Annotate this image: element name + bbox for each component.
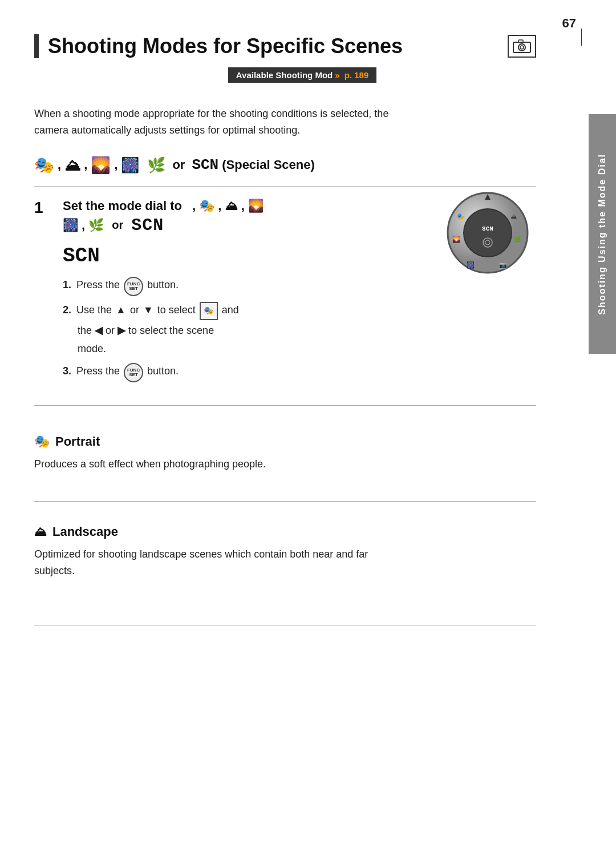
bottom-divider — [34, 625, 536, 625]
available-shooting-bar: Available Shooting Mod » p. 189 — [228, 67, 376, 83]
svg-text:⛰: ⛰ — [510, 213, 517, 220]
substep-num-3: 3. — [63, 363, 74, 380]
page-ref: p. 189 — [345, 70, 369, 80]
dial-image: SCN ▲ 🎭 ⛰ 🌄 🌿 🎆 📷 — [439, 187, 536, 281]
substep-3-text-before: Press the — [76, 363, 120, 380]
landscape-heading: ⛰ Landscape — [34, 524, 536, 539]
step-1-title-2: 🎆 , 🌿 or SCN — [63, 216, 428, 235]
mode-icons-1: , 🎭 , ⛰ , 🌄 — [192, 199, 264, 213]
substep-num-1: 1. — [63, 277, 74, 293]
mode-dial-svg: SCN ▲ 🎭 ⛰ 🌄 🌿 🎆 📷 — [439, 187, 536, 278]
svg-point-5 — [464, 209, 512, 257]
func-btn-3: FUNC SET — [124, 363, 143, 382]
scene-selector-box: 🎭 — [200, 302, 218, 320]
main-content: Shooting Modes for Specific Scenes Avail… — [0, 0, 582, 868]
substep-1: 1. Press the FUNC SET button. — [63, 277, 428, 296]
page-title: Shooting Modes for Specific Scenes — [48, 34, 496, 58]
arrow-down: ▼ — [143, 302, 153, 318]
page-container: 67 Shooting Using the Mode Dial Shooting… — [0, 0, 616, 868]
landscape-text: Optimized for shooting landscape scenes … — [34, 546, 376, 579]
step-1-section: 1 — [34, 186, 536, 389]
camera-icon — [513, 39, 531, 54]
svg-text:🎭: 🎭 — [457, 212, 465, 220]
portrait-text: Produces a soft effect when photographin… — [34, 456, 376, 473]
icon-portrait-heading: 🎭 — [34, 156, 54, 175]
landscape-icon: ⛰ — [34, 524, 47, 539]
svg-text:🌿: 🌿 — [513, 235, 521, 243]
svg-rect-3 — [518, 40, 523, 43]
available-bar-text: Available Shooting Mod — [236, 70, 333, 80]
icon-fireworks-heading: 🎆 — [121, 156, 139, 174]
landscape-section: ⛰ Landscape Optimized for shooting lands… — [34, 501, 536, 608]
substep-2: 2. Use the ▲ or ▼ to select 🎭 and the ◀ … — [63, 302, 536, 358]
svg-text:📷: 📷 — [499, 261, 507, 269]
arrow-up: ▲ — [116, 302, 126, 318]
substep-3-text-after: button. — [147, 363, 179, 380]
arrow-right: ▶ — [117, 325, 125, 336]
substep-1-text-before: Press the — [76, 277, 120, 293]
svg-text:🌄: 🌄 — [452, 235, 460, 243]
icon-foliage-heading: 🌿 — [147, 156, 165, 174]
func-btn-1: FUNC SET — [124, 277, 143, 296]
or-label-step: or — [112, 219, 123, 232]
or-label-heading: or — [172, 158, 185, 172]
portrait-section: 🎭 Portrait Produces a soft effect when p… — [34, 405, 536, 501]
portrait-icon: 🎭 — [34, 434, 50, 449]
svg-point-1 — [518, 44, 525, 51]
svg-text:SCN: SCN — [482, 225, 493, 232]
scn-label-step: SCN — [131, 216, 164, 235]
substep-1-text-after: button. — [147, 277, 179, 293]
sidebar-tab: Shooting Using the Mode Dial — [589, 114, 616, 354]
step-1-content: SCN ▲ 🎭 ⛰ 🌄 🌿 🎆 📷 — [63, 199, 536, 389]
special-scene-label: (Special Scene) — [222, 158, 315, 172]
intro-text: When a shooting mode appropriate for the… — [34, 106, 422, 139]
step-number-1: 1 — [34, 199, 51, 389]
step-1-title: Set the mode dial to , 🎭 , ⛰ , 🌄 — [63, 199, 428, 213]
substep-num-2: 2. — [63, 302, 74, 318]
svg-text:🎆: 🎆 — [467, 261, 475, 269]
camera-icon-box — [508, 35, 536, 58]
title-section: Shooting Modes for Specific Scenes — [34, 34, 536, 58]
scn-badge-heading: SCN — [192, 156, 218, 173]
icon-mountain-heading: ⛰ — [64, 156, 80, 175]
set-mode-label: Set the mode dial to — [63, 199, 182, 213]
portrait-heading: 🎭 Portrait — [34, 434, 536, 449]
mode-heading: 🎭 , ⛰ , 🌄 , 🎆 🌿 or SCN (Special Scene) — [34, 156, 536, 175]
landscape-heading-text: Landscape — [52, 524, 118, 539]
chevron-icon: » — [335, 70, 339, 80]
icon-landscape-heading: 🌄 — [91, 156, 111, 175]
arrow-left: ◀ — [95, 325, 103, 336]
svg-point-2 — [520, 46, 524, 49]
mode-icons-2: 🎆 , 🌿 — [63, 218, 104, 233]
sidebar-tab-text: Shooting Using the Mode Dial — [597, 154, 609, 315]
substep-3: 3. Press the FUNC SET button. — [63, 363, 536, 382]
portrait-heading-text: Portrait — [55, 434, 100, 449]
